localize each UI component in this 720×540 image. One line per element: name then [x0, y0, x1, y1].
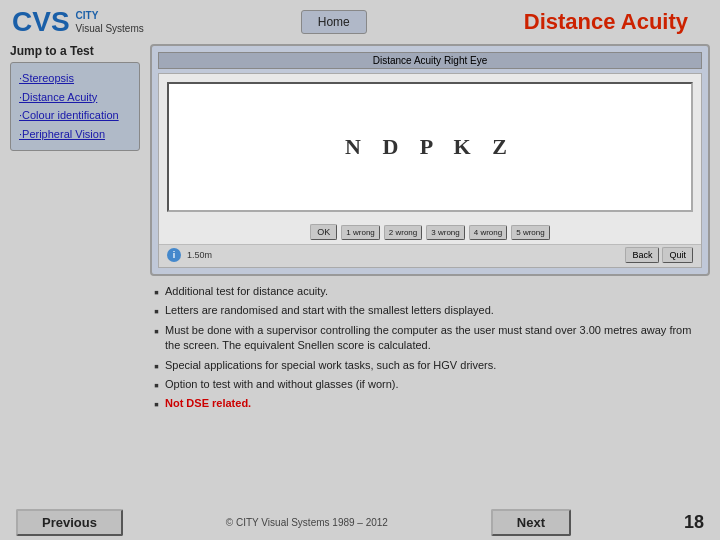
bullets-section: ▪ Additional test for distance acuity. ▪… — [150, 284, 710, 412]
sidebar: Jump to a Test ·Stereopsis ·Distance Acu… — [10, 44, 140, 416]
screenshot-quit-button[interactable]: Quit — [662, 247, 693, 263]
bullet-dot-4: ▪ — [154, 359, 159, 373]
previous-button[interactable]: Previous — [16, 509, 123, 536]
bullet-text-6: Not DSE related. — [165, 396, 251, 411]
sidebar-item-peripheral-vision[interactable]: ·Peripheral Vision — [19, 125, 131, 144]
bullet-item-1: ▪ Additional test for distance acuity. — [154, 284, 706, 299]
sidebar-jump-title: Jump to a Test — [10, 44, 140, 58]
screenshot-3wrong-button[interactable]: 3 wrong — [426, 225, 464, 240]
sidebar-item-stereopsis[interactable]: ·Stereopsis — [19, 69, 131, 88]
screenshot-bottom-bar: i 1.50m Back Quit — [159, 244, 701, 267]
bullet-text-4: Special applications for special work ta… — [165, 358, 496, 373]
screenshot-2wrong-button[interactable]: 2 wrong — [384, 225, 422, 240]
bullet-dot-3: ▪ — [154, 324, 159, 338]
bullet-text-1: Additional test for distance acuity. — [165, 284, 328, 299]
logo-area: CVS CITY Visual Systems — [12, 8, 144, 36]
sidebar-nav: ·Stereopsis ·Distance Acuity ·Colour ide… — [10, 62, 140, 151]
logo-cvs: CVS — [12, 8, 70, 36]
screenshot-4wrong-button[interactable]: 4 wrong — [469, 225, 507, 240]
footer: Previous © CITY Visual Systems 1989 – 20… — [0, 504, 720, 540]
info-icon: i — [167, 248, 181, 262]
screenshot-inner: N D P K Z OK 1 wrong 2 wrong 3 wrong 4 w… — [158, 73, 702, 268]
content-area: Distance Acuity Right Eye N D P K Z OK 1… — [150, 44, 710, 416]
screenshot-5wrong-button[interactable]: 5 wrong — [511, 225, 549, 240]
page-number: 18 — [674, 512, 704, 533]
screenshot-1wrong-button[interactable]: 1 wrong — [341, 225, 379, 240]
bullet-dot-6: ▪ — [154, 397, 159, 411]
bottom-buttons: Back Quit — [625, 247, 693, 263]
page-title: Distance Acuity — [524, 9, 688, 35]
logo-sub: CITY Visual Systems — [76, 9, 144, 35]
bullet-item-4: ▪ Special applications for special work … — [154, 358, 706, 373]
bullet-dot-2: ▪ — [154, 304, 159, 318]
screenshot-container: Distance Acuity Right Eye N D P K Z OK 1… — [150, 44, 710, 276]
screenshot-back-button[interactable]: Back — [625, 247, 659, 263]
header: CVS CITY Visual Systems Home Distance Ac… — [0, 0, 720, 44]
sidebar-item-distance-acuity[interactable]: ·Distance Acuity — [19, 88, 131, 107]
bullet-text-5: Option to test with and without glasses … — [165, 377, 399, 392]
main-layout: Jump to a Test ·Stereopsis ·Distance Acu… — [0, 44, 720, 416]
bullet-dot-5: ▪ — [154, 378, 159, 392]
sidebar-item-colour-identification[interactable]: ·Colour identification — [19, 106, 131, 125]
bullet-item-2: ▪ Letters are randomised and start with … — [154, 303, 706, 318]
screenshot-title-bar: Distance Acuity Right Eye — [158, 52, 702, 69]
home-button[interactable]: Home — [301, 10, 367, 34]
letter-display: N D P K Z — [345, 134, 515, 160]
bullet-item-5: ▪ Option to test with and without glasse… — [154, 377, 706, 392]
bullet-item-3: ▪ Must be done with a supervisor control… — [154, 323, 706, 354]
bottom-label: 1.50m — [187, 250, 619, 260]
screenshot-buttons: OK 1 wrong 2 wrong 3 wrong 4 wrong 5 wro… — [159, 220, 701, 244]
bullet-text-2: Letters are randomised and start with th… — [165, 303, 494, 318]
bullet-text-3: Must be done with a supervisor controlli… — [165, 323, 706, 354]
next-button[interactable]: Next — [491, 509, 571, 536]
bullet-item-6: ▪ Not DSE related. — [154, 396, 706, 411]
bullet-dot-1: ▪ — [154, 285, 159, 299]
footer-copyright: © CITY Visual Systems 1989 – 2012 — [226, 517, 388, 528]
screenshot-display: N D P K Z — [167, 82, 693, 212]
screenshot-ok-button[interactable]: OK — [310, 224, 337, 240]
